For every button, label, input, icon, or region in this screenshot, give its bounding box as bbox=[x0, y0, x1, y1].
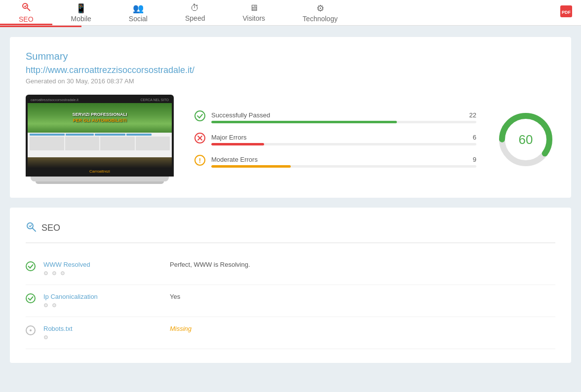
seo-section-icon bbox=[26, 221, 37, 235]
metric-passed-label: Successfully Passed bbox=[211, 111, 270, 119]
nav-label-speed: Speed bbox=[185, 14, 205, 22]
site-main-text: SERVIZI PROFESSIONALI PER GLI AUTOMOBILI… bbox=[73, 112, 127, 123]
svg-line-1 bbox=[27, 8, 30, 11]
nav-item-speed[interactable]: ⏱ Speed bbox=[166, 0, 224, 25]
svg-text:!: ! bbox=[199, 157, 201, 164]
laptop-brand: Carroattrezi bbox=[28, 168, 172, 175]
laptop-mockup: carroattrezzisoccorsostradale.it CERCA N… bbox=[26, 95, 174, 184]
svg-point-17 bbox=[30, 329, 32, 331]
major-error-icon bbox=[194, 133, 206, 146]
nav-label-mobile: Mobile bbox=[71, 15, 91, 23]
check-robots-name[interactable]: Robots.txt bbox=[43, 325, 162, 332]
visitors-icon: 🖥 bbox=[249, 3, 258, 13]
check-www-icon bbox=[26, 261, 36, 274]
check-ip-name[interactable]: Ip Canonicalization bbox=[43, 293, 162, 300]
check-robots-txt: Robots.txt ⚙ Missing bbox=[26, 317, 555, 349]
summary-date: Generated on 30 May, 2016 08:37 AM bbox=[26, 77, 555, 85]
check-robots-left: Robots.txt ⚙ bbox=[43, 325, 162, 341]
metric-passed: Successfully Passed 22 bbox=[194, 110, 476, 124]
seo-icon bbox=[21, 2, 31, 14]
metric-major-label: Major Errors bbox=[211, 134, 247, 141]
pdf-button[interactable]: PDF bbox=[551, 4, 581, 21]
nav-label-technology: Technology bbox=[303, 15, 338, 23]
svg-point-4 bbox=[195, 111, 205, 121]
seo-section-header: SEO bbox=[26, 221, 555, 235]
metric-major-bar-bg bbox=[211, 143, 476, 145]
laptop-screen-inner: carroattrezzisoccorsostradale.it CERCA N… bbox=[28, 97, 172, 168]
metric-moderate-label-row: Moderate Errors 9 bbox=[211, 156, 476, 163]
svg-point-14 bbox=[26, 262, 35, 271]
nav-item-social[interactable]: 👥 Social bbox=[110, 0, 166, 25]
passed-icon bbox=[194, 110, 206, 124]
svg-point-15 bbox=[26, 294, 35, 303]
metric-passed-label-row: Successfully Passed 22 bbox=[211, 111, 476, 119]
website-screenshot: carroattrezzisoccorsostradale.it CERCA N… bbox=[26, 95, 174, 184]
metric-moderate-count: 9 bbox=[473, 156, 476, 163]
metric-moderate-bar bbox=[211, 165, 291, 168]
technology-icon: ⚙ bbox=[316, 3, 324, 14]
summary-body: carroattrezzisoccorsostradale.it CERCA N… bbox=[26, 95, 555, 184]
check-ip-icon bbox=[26, 293, 36, 306]
check-robots-result: Missing bbox=[170, 325, 555, 332]
donut-container: 60 bbox=[496, 110, 555, 169]
metric-moderate-bar-bg bbox=[211, 165, 476, 168]
nav-label-seo: SEO bbox=[19, 15, 34, 23]
seo-section-title: SEO bbox=[41, 223, 60, 233]
check-robots-icon bbox=[26, 325, 36, 338]
score-label: 60 bbox=[519, 132, 533, 147]
metric-passed-bar bbox=[211, 121, 397, 123]
metric-passed-bar-bg bbox=[211, 121, 476, 123]
mobile-icon: 📱 bbox=[76, 3, 86, 14]
laptop-foot bbox=[36, 181, 164, 184]
svg-point-0 bbox=[23, 3, 28, 8]
metrics-panel: Successfully Passed 22 bbox=[194, 110, 476, 168]
nav-item-technology[interactable]: ⚙ Technology bbox=[284, 0, 356, 25]
check-ip-left: Ip Canonicalization ⚙ ⚙ bbox=[43, 293, 162, 309]
metric-major: Major Errors 6 bbox=[194, 133, 476, 146]
metric-major-info: Major Errors 6 bbox=[211, 134, 476, 145]
seo-divider bbox=[26, 243, 555, 243]
metric-major-count: 6 bbox=[473, 134, 476, 141]
metric-moderate: ! Moderate Errors 9 bbox=[194, 155, 476, 168]
seo-card: SEO WWW Resolved ⚙ ⚙ ⚙ Perfect, WWW is R… bbox=[10, 208, 571, 363]
moderate-error-icon: ! bbox=[194, 155, 206, 168]
check-ip-gears: ⚙ ⚙ bbox=[43, 302, 162, 309]
check-www-gears: ⚙ ⚙ ⚙ bbox=[43, 270, 162, 277]
metric-passed-count: 22 bbox=[469, 111, 476, 119]
metric-major-label-row: Major Errors 6 bbox=[211, 134, 476, 141]
svg-line-13 bbox=[33, 228, 36, 232]
summary-card: Summary http://www.carroattrezzisoccorso… bbox=[10, 37, 571, 198]
score-donut: 60 bbox=[496, 110, 555, 169]
nav-item-mobile[interactable]: 📱 Mobile bbox=[52, 0, 110, 25]
nav-item-seo[interactable]: SEO bbox=[0, 0, 52, 25]
check-www-result: Perfect, WWW is Resolving. bbox=[170, 261, 555, 268]
check-www-left: WWW Resolved ⚙ ⚙ ⚙ bbox=[43, 261, 162, 277]
main-content: Summary http://www.carroattrezzisoccorso… bbox=[0, 27, 581, 383]
summary-title: Summary bbox=[26, 51, 555, 62]
speed-icon: ⏱ bbox=[191, 3, 199, 13]
check-ip-canonicalization: Ip Canonicalization ⚙ ⚙ Yes bbox=[26, 285, 555, 317]
nav-label-social: Social bbox=[129, 15, 148, 23]
social-icon: 👥 bbox=[133, 3, 144, 14]
check-www-name[interactable]: WWW Resolved bbox=[43, 261, 162, 268]
metric-major-bar bbox=[211, 143, 264, 145]
metric-moderate-label: Moderate Errors bbox=[211, 156, 258, 163]
nav-item-visitors[interactable]: 🖥 Visitors bbox=[224, 0, 284, 25]
laptop-screen: carroattrezzisoccorsostradale.it CERCA N… bbox=[26, 95, 174, 177]
check-www-resolved: WWW Resolved ⚙ ⚙ ⚙ Perfect, WWW is Resol… bbox=[26, 253, 555, 285]
metric-moderate-info: Moderate Errors 9 bbox=[211, 156, 476, 168]
nav-bar: SEO 📱 Mobile 👥 Social ⏱ Speed 🖥 Visitors… bbox=[0, 0, 581, 26]
metric-passed-info: Successfully Passed 22 bbox=[211, 111, 476, 123]
laptop-base bbox=[31, 177, 169, 181]
check-ip-result: Yes bbox=[170, 293, 555, 300]
summary-url[interactable]: http://www.carroattrezzisoccorsostradale… bbox=[26, 65, 555, 75]
check-robots-gears: ⚙ bbox=[43, 334, 162, 341]
svg-text:PDF: PDF bbox=[562, 10, 571, 15]
nav-label-visitors: Visitors bbox=[242, 14, 265, 22]
